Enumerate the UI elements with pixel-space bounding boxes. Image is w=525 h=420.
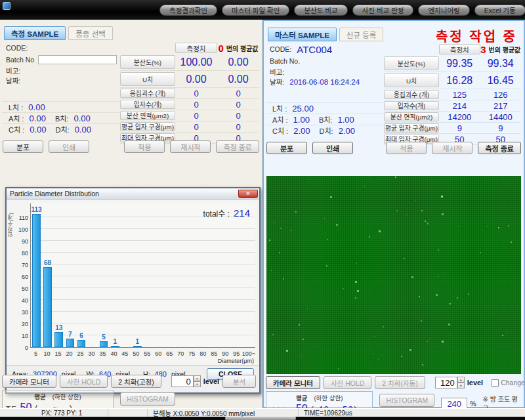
a-value: 0.00 [30,114,46,123]
b-label: B치: [319,114,333,125]
level-label: level [467,379,483,387]
excel-button[interactable]: Excel 기동 [474,5,525,16]
camera-monitor-button[interactable]: 카메라 모니터 [266,376,320,389]
table-row: U치16.2816.45 [384,72,521,89]
average-value: 0 [217,121,259,132]
note-label: 비고: [6,66,20,75]
print-button[interactable]: 인쇄 [49,140,89,153]
measure-result-button[interactable]: 측정결과확인 [159,5,217,16]
level-input[interactable]: 0 [171,375,194,387]
l-value: 0.00 [28,102,45,112]
restart-button[interactable]: 재시작 [432,142,472,154]
histogram-yaxis: 0102030405060708090100110 [14,203,30,348]
histogram-button[interactable]: HISTOGRAM [379,394,434,407]
d-value: 2.00 [339,126,355,136]
average-value: 14400 [480,112,522,122]
level-input[interactable]: 120 [435,377,457,388]
status-blank [108,409,148,417]
code-value: ATC004 [297,44,332,55]
row-label: 분산도(%) [384,56,439,71]
left-tabs: 측정 SAMPLE 품종 선택 [4,26,113,40]
histogram-bar: 113 [32,214,41,347]
table-row: 입자수(개)214217 [384,100,521,112]
tab-product-select[interactable]: 품종 선택 [68,26,113,40]
master-file-button[interactable]: 마스터 파일 확인 [222,5,289,16]
histogram-window-titlebar[interactable]: Particle Diameter Distribution ✕ [7,188,259,200]
dispersion-compare-button[interactable]: 분산도 비교 [294,5,347,16]
left-measure-table: 측정치0번의 평균값분산도(%)100.000.00U치0.000.00응집괴수… [120,42,259,144]
bar-value-label: 13 [55,324,62,331]
histogram-bar: 6 [77,340,86,347]
histogram-xaxis: 5101520253035404550556065707580859095100… [30,350,255,357]
bar-value-label: 68 [44,259,51,266]
close-icon[interactable]: ✕ [238,190,258,198]
average-value: 0 [217,110,259,121]
distribution-button[interactable]: 분포 [266,142,307,154]
average-value: 0 [217,88,259,98]
spinner-up-icon[interactable]: ▲ [194,375,201,381]
histogram-xlabel: Diameter(μm) [218,358,254,364]
binarize-fixed-button[interactable]: 2 치화(고정) [111,375,161,388]
right-measure-table: 측정치3번의 평균값분산도(%)99.3599.34U치16.2816.45응집… [384,43,521,145]
l-label: L치 : [272,103,287,114]
measure-col-header: 측정치 [175,43,217,52]
engineering-button[interactable]: 엔지니어링 [418,5,469,16]
restart-button[interactable]: 재시작 [170,140,211,153]
average-value: 217 [480,100,522,111]
row-label: 응집괴수 (개) [384,90,439,99]
checkbox-icon[interactable] [492,379,499,387]
table-row: 분산 면적(μm2)00 [120,110,259,121]
measure-finish-button[interactable]: 측정 종료 [478,142,521,154]
histogram-bar: 1 [133,346,142,347]
distribution-button[interactable]: 분포 [3,140,43,153]
tab-new-register[interactable]: 신규 등록 [339,28,384,41]
level-spinner[interactable]: ▲▼ [457,377,465,388]
row-label: 분산도(%) [120,55,175,70]
histogram-bar: 13 [54,332,63,347]
bar-value-label: 1 [113,338,117,345]
table-row: U치0.000.00 [120,71,259,88]
spinner-down-icon[interactable]: ▼ [194,381,201,387]
bar-value-label: 1 [136,338,140,345]
average-value: 0 [217,99,259,110]
level-spinner[interactable]: ▲▼ [194,375,201,387]
measured-value: 0 [175,121,217,132]
apply-button[interactable]: 적용 [386,142,427,154]
resolution-info: 분해능 X:0.0050 Y:0.0050 mm/pixel [148,409,299,417]
change-label: Change [501,379,525,387]
code-label: CODE: [6,44,28,52]
average-value: 16.45 [480,72,522,89]
camera-monitor-button[interactable]: 카메라 모니터 [2,375,56,388]
spinner-up-icon[interactable]: ▲ [457,377,465,383]
a-value: 1.00 [293,115,310,125]
spinner-down-icon[interactable]: ▼ [457,383,465,388]
tab-measure-sample[interactable]: 측정 SAMPLE [4,26,66,40]
binarize-auto-button[interactable]: 2 치화(자동) [375,376,425,389]
apply-button[interactable]: 적용 [124,140,165,153]
measured-value: 214 [439,100,480,111]
total-count-value: 214 [234,207,250,219]
row-label: 입자수(개) [384,101,439,110]
c-label: C치 : [272,125,288,136]
print-button[interactable]: 인쇄 [312,142,353,154]
photo-hold-button[interactable]: 사진 HOLD [60,375,108,388]
tab-master-sample[interactable]: 마스터 SAMPLE [268,28,337,41]
a-label: A치 : [272,114,288,125]
row-label: 응집괴수 (개) [120,89,175,98]
photo-hold-button[interactable]: 사진 HOLD [324,376,371,389]
measured-value: 100.00 [175,54,217,70]
batch-input[interactable] [38,55,117,64]
histogram-body: total수 : 214 입자수(개) 01020304050607080901… [7,200,259,365]
l-value: 25.00 [292,104,314,114]
status-bar: PX: 773 PY: 1 분해능 X:0.0050 Y:0.0050 mm/p… [0,408,525,417]
particle-distribution-window: Particle Diameter Distribution ✕ total수 … [5,187,261,394]
avg-col-header: 3번의 평균값 [480,44,520,55]
table-row: 입자수(개)00 [120,99,259,110]
photo-compare-button[interactable]: 사진 비교 판정 [352,5,414,16]
date-label: 날짜: [6,75,20,85]
change-checkbox[interactable]: Change [492,379,525,387]
left-info: CODE: Batch No 비고: 날짜: L치 : 0.00 A치 : 0.… [2,42,120,135]
histogram-button[interactable]: HISTOGRAM [120,392,175,406]
measure-finish-button[interactable]: 측정 종료 [216,140,259,153]
analyze-button[interactable]: 분석 [222,375,256,388]
